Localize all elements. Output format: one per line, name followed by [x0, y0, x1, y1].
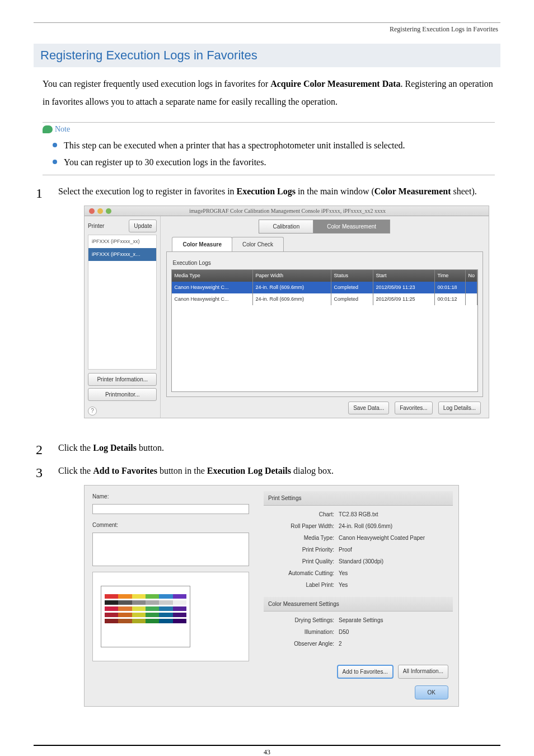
printer-item-2[interactable]: iPFXXX (iPFxxxx_x… [88, 248, 156, 261]
note-top-rule [43, 122, 495, 123]
step-3-t2: button in the [157, 466, 207, 475]
page-number: 43 [34, 745, 500, 756]
step-1-number: 1 [36, 181, 43, 207]
step-1-b2: Color Measurement [374, 186, 451, 196]
cell: Completed [331, 282, 373, 293]
table-header: Media Type Paper Width Status Start Time… [172, 270, 477, 282]
media-value: Canon Heavyweight Coated Paper [339, 533, 425, 543]
note-box: Note This step can be executed when a pr… [43, 122, 495, 175]
printmonitor-button[interactable]: Printmonitor... [88, 388, 157, 401]
chart-value: TC2.83 RGB.txt [339, 509, 378, 520]
tab-color-measurement[interactable]: Color Measurement [313, 220, 390, 234]
add-to-favorites-button[interactable]: Add to Favorites... [337, 665, 394, 679]
printer-label: Printer [88, 221, 104, 231]
cell: Canon Heavyweight C... [172, 293, 253, 305]
thumbnail-box [92, 572, 249, 661]
observer-value: 2 [339, 638, 342, 649]
illum-key: Illumination: [266, 627, 339, 637]
col-paper-width[interactable]: Paper Width [253, 270, 331, 282]
step-3-b1: Add to Favorites [93, 466, 157, 475]
col-time[interactable]: Time [435, 270, 466, 282]
step-1-b1: Execution Logs [237, 186, 296, 196]
note-item-1: This step can be executed when a printer… [53, 137, 495, 154]
step-1-t1: Select the execution log to register in … [58, 186, 237, 196]
step-1: 1 Select the execution log to register i… [36, 183, 495, 434]
step-2-t1: Click the [58, 443, 93, 452]
help-icon[interactable]: ? [88, 407, 97, 416]
figure-log-details-dialog: Name: Comment: [84, 485, 459, 707]
section-title: Registering Execution Logs in Favorites [34, 44, 500, 67]
cell: 2012/05/09 11:25 [373, 293, 435, 305]
tab-color-measure[interactable]: Color Measure [172, 237, 232, 251]
sub-tabs: Color Measure Color Check [172, 237, 483, 251]
table-row[interactable]: Canon Heavyweight C... 24-in. Roll (609.… [172, 293, 477, 305]
labelprint-value: Yes [339, 580, 348, 590]
all-information-button[interactable]: All Information... [398, 665, 448, 679]
cell: 2012/05/09 11:23 [373, 282, 435, 293]
col-media-type[interactable]: Media Type [172, 270, 253, 282]
step-2-b1: Log Details [93, 443, 137, 452]
chart-thumbnail [101, 586, 190, 647]
quality-value: Standard (300dpi) [339, 556, 383, 567]
figure-main-window: imagePROGRAF Color Calibration Managemen… [84, 206, 489, 418]
steps-list: 1 Select the execution log to register i… [36, 183, 495, 722]
printer-information-button[interactable]: Printer Information... [88, 373, 157, 386]
roll-key: Roll Paper Width: [266, 521, 339, 531]
window-title: imagePROGRAF Color Calibration Managemen… [114, 206, 489, 216]
close-icon[interactable] [89, 208, 95, 214]
col-start[interactable]: Start [373, 270, 435, 282]
media-key: Media Type: [266, 533, 339, 543]
tab-calibration[interactable]: Calibration [259, 220, 313, 234]
minimize-icon[interactable] [97, 208, 103, 214]
top-tabs: Calibration Color Measurement [166, 220, 483, 234]
comment-input[interactable] [92, 533, 249, 566]
intro-bold: Acquire Color Measurement Data [270, 79, 400, 88]
intro-paragraph: You can register frequently used executi… [43, 75, 495, 111]
table-row[interactable]: Canon Heavyweight C... 24-in. Roll (609.… [172, 282, 477, 293]
cell: 00:01:18 [435, 282, 466, 293]
priority-key: Print Priority: [266, 544, 339, 555]
drying-key: Drying Settings: [266, 615, 339, 626]
step-3-t1: Click the [58, 466, 93, 475]
cut-key: Automatic Cutting: [266, 568, 339, 578]
favorites-button[interactable]: Favorites... [395, 402, 432, 414]
step-1-t2: in the main window ( [296, 186, 374, 196]
save-data-button[interactable]: Save Data... [348, 402, 389, 414]
quality-key: Print Quality: [266, 556, 339, 567]
cell: 00:01:12 [435, 293, 466, 305]
observer-key: Observer Angle: [266, 638, 339, 649]
name-input[interactable] [92, 504, 249, 514]
ok-button[interactable]: OK [415, 685, 448, 699]
labelprint-key: Label Print: [266, 580, 339, 590]
illum-value: D50 [339, 627, 349, 637]
intro-pre: You can register frequently used executi… [43, 79, 270, 88]
tab-color-check[interactable]: Color Check [232, 237, 284, 251]
log-details-button[interactable]: Log Details... [438, 402, 481, 414]
printer-list[interactable]: iPFXXX (iPFxxxx_xx) iPFXXX (iPFxxxx_x… [88, 235, 157, 370]
col-status[interactable]: Status [331, 270, 373, 282]
note-list: This step can be executed when a printer… [43, 137, 495, 174]
zoom-icon[interactable] [106, 208, 111, 214]
execution-logs-table[interactable]: Media Type Paper Width Status Start Time… [171, 269, 478, 392]
cms-section: Color Measurement Settings [264, 597, 453, 612]
cell: Canon Heavyweight C... [172, 282, 253, 293]
note-icon [43, 125, 53, 133]
print-settings-section: Print Settings [264, 491, 453, 506]
execution-logs-label: Execution Logs [172, 258, 478, 268]
update-button[interactable]: Update [129, 220, 157, 232]
step-3-b2: Execution Log Details [207, 466, 291, 475]
step-3: 3 Click the Add to Favorites button in t… [36, 463, 495, 722]
note-label: Note [55, 125, 70, 134]
note-item-2: You can register up to 30 execution logs… [53, 154, 495, 171]
priority-value: Proof [339, 544, 352, 555]
step-3-number: 3 [36, 460, 43, 486]
printer-item-1[interactable]: iPFXXX (iPFxxxx_xx) [88, 235, 156, 248]
comment-label: Comment: [92, 520, 249, 530]
step-2-t2: button. [137, 443, 164, 452]
titlebar: imagePROGRAF Color Calibration Managemen… [85, 206, 489, 216]
col-no[interactable]: No [466, 270, 477, 282]
chart-key: Chart: [266, 509, 339, 520]
step-3-t3: dialog box. [291, 466, 334, 475]
step-2-number: 2 [36, 437, 43, 463]
name-label: Name: [92, 491, 249, 502]
